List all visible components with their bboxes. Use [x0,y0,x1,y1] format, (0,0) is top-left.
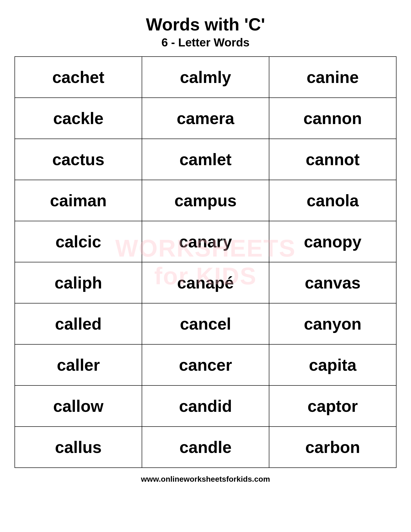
table-row: caimancampuscanola [15,180,396,221]
word-cell: canyon [269,303,396,344]
word-cell: canine [269,57,396,98]
word-cell: caliph [15,262,142,303]
word-cell: canvas [269,262,396,303]
word-cell: callus [15,427,142,468]
word-cell: caiman [15,180,142,221]
word-cell: cannon [269,98,396,139]
word-cell: caller [15,344,142,385]
table-body: cachetcalmlycaninecacklecameracannoncact… [15,57,396,468]
word-cell: candle [142,427,269,468]
word-cell: cackle [15,98,142,139]
word-table: cachetcalmlycaninecacklecameracannoncact… [15,56,396,468]
word-cell: canapé [142,262,269,303]
word-cell: callow [15,385,142,427]
table-row: caliphcanapécanvas [15,262,396,303]
word-cell: camera [142,98,269,139]
table-row: calledcancelcanyon [15,303,396,344]
table-row: cachetcalmlycanine [15,57,396,98]
word-cell: calcic [15,221,142,262]
page-subtitle: 6 - Letter Words [161,36,250,49]
word-cell: canary [142,221,269,262]
table-row: callercancercapita [15,344,396,385]
word-cell: camlet [142,139,269,180]
word-cell: cactus [15,139,142,180]
word-cell: cancel [142,303,269,344]
page-title: Words with 'C' [146,15,265,34]
word-cell: carbon [269,427,396,468]
word-cell: cannot [269,139,396,180]
word-cell: captor [269,385,396,427]
word-cell: cancer [142,344,269,385]
table-row: cacklecameracannon [15,98,396,139]
word-cell: capita [269,344,396,385]
footer-url: www.onlineworksheetsforkids.com [141,475,270,484]
word-cell: called [15,303,142,344]
word-cell: campus [142,180,269,221]
word-cell: cachet [15,57,142,98]
table-row: calluscandlecarbon [15,427,396,468]
word-cell: calmly [142,57,269,98]
table-row: callowcandidcaptor [15,385,396,427]
table-row: calciccanarycanopy [15,221,396,262]
word-cell: canopy [269,221,396,262]
word-cell: canola [269,180,396,221]
word-cell: candid [142,385,269,427]
table-wrapper: WORKSHEETS for KIDS cachetcalmlycanineca… [15,56,396,468]
table-row: cactuscamletcannot [15,139,396,180]
